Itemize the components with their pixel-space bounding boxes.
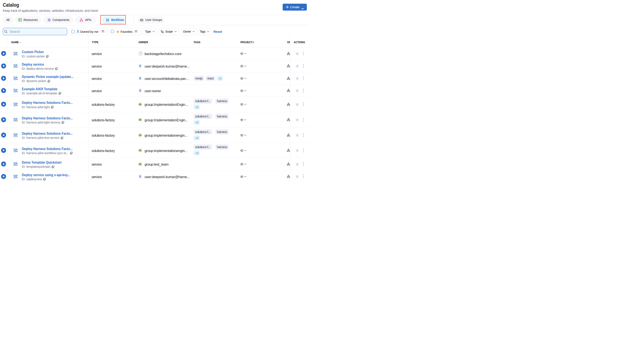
svg-text:?: ? — [140, 52, 141, 55]
